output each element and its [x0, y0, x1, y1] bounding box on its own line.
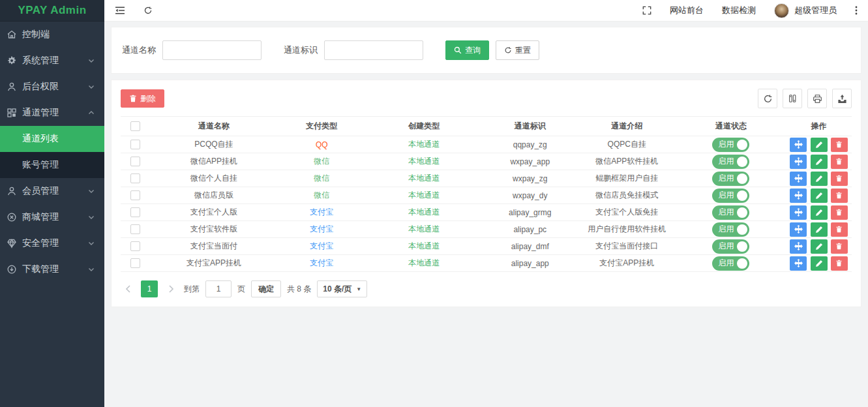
- move-icon: [794, 140, 803, 149]
- query-button[interactable]: 查询: [445, 40, 489, 60]
- channel-code-input[interactable]: [324, 40, 423, 60]
- status-toggle[interactable]: 启用: [712, 222, 749, 237]
- row-checkbox[interactable]: [130, 157, 140, 166]
- move-row-button[interactable]: [790, 172, 807, 186]
- edit-row-button[interactable]: [811, 155, 828, 169]
- toggle-knob: [737, 157, 747, 167]
- move-row-button[interactable]: [790, 138, 807, 152]
- delete-row-button[interactable]: [831, 222, 848, 237]
- cell-pay-type: QQ: [278, 136, 366, 153]
- chevron-down-icon: [87, 83, 95, 91]
- edit-row-button[interactable]: [811, 188, 828, 203]
- select-all-checkbox[interactable]: [130, 121, 140, 131]
- status-toggle[interactable]: 启用: [712, 172, 749, 186]
- sidebar-item-backend-perms[interactable]: 后台权限: [0, 74, 104, 100]
- refresh-page-button[interactable]: [143, 6, 153, 15]
- sidebar-subitem-channel-list[interactable]: 通道列表: [0, 126, 104, 152]
- status-toggle[interactable]: 启用: [712, 138, 749, 152]
- mall-icon: [7, 212, 17, 222]
- toggle-knob: [737, 258, 747, 269]
- reset-button[interactable]: 重置: [496, 40, 539, 60]
- delete-row-button[interactable]: [831, 188, 848, 203]
- more-menu-button[interactable]: [855, 5, 858, 16]
- data-check-link[interactable]: 数据检测: [722, 5, 756, 16]
- sidebar-item-system[interactable]: 系统管理: [0, 48, 104, 74]
- status-toggle-label: 启用: [718, 190, 734, 201]
- delete-row-button[interactable]: [831, 138, 848, 152]
- frontend-link[interactable]: 网站前台: [670, 5, 704, 16]
- fullscreen-button[interactable]: [642, 6, 651, 15]
- sidebar-item-members[interactable]: 会员管理: [0, 178, 104, 204]
- sidebar-nav: 控制端 系统管理 后台权限 通道管理 通道列表 账号管理 会员管理: [0, 22, 104, 282]
- sidebar-item-channel[interactable]: 通道管理: [0, 100, 104, 126]
- cell-channel-desc: 支付宝个人版免挂: [578, 204, 676, 221]
- columns-filter-button[interactable]: [783, 89, 802, 108]
- cell-channel-desc: 支付宝当面付接口: [578, 238, 676, 255]
- user-menu[interactable]: 超级管理员: [774, 3, 837, 18]
- row-checkbox[interactable]: [130, 173, 140, 183]
- edit-row-button[interactable]: [811, 138, 828, 152]
- current-page[interactable]: 1: [141, 280, 158, 297]
- move-row-button[interactable]: [790, 222, 807, 237]
- table-toolbar: 删除: [121, 89, 852, 108]
- cell-pay-type: 支付宝: [278, 204, 366, 221]
- row-checkbox[interactable]: [130, 224, 140, 234]
- move-row-button[interactable]: [790, 239, 807, 254]
- sidebar-subitem-account-mgmt[interactable]: 账号管理: [0, 152, 104, 178]
- channel-name-input[interactable]: [162, 40, 262, 60]
- pencil-icon: [815, 192, 823, 200]
- confirm-jump-button[interactable]: 确定: [251, 280, 281, 297]
- row-checkbox[interactable]: [130, 258, 140, 268]
- move-row-button[interactable]: [790, 256, 807, 271]
- row-checkbox[interactable]: [130, 190, 140, 200]
- next-page-button[interactable]: [164, 280, 178, 297]
- trash-icon: [835, 226, 843, 233]
- sidebar-item-security[interactable]: 安全管理: [0, 230, 104, 256]
- print-button[interactable]: [807, 89, 827, 108]
- edit-row-button[interactable]: [811, 205, 828, 220]
- delete-button[interactable]: 删除: [121, 89, 164, 108]
- edit-row-button[interactable]: [811, 222, 828, 237]
- sidebar-item-download[interactable]: 下载管理: [0, 256, 104, 282]
- chevron-down-icon: [87, 239, 95, 247]
- trash-icon: [835, 192, 843, 199]
- move-row-button[interactable]: [790, 205, 807, 220]
- refresh-table-button[interactable]: [758, 89, 777, 108]
- delete-row-button[interactable]: [831, 172, 848, 186]
- user-icon: [7, 186, 17, 196]
- cell-channel-name: 微信个人自挂: [150, 170, 278, 187]
- row-checkbox[interactable]: [130, 207, 140, 217]
- edit-row-button[interactable]: [811, 239, 828, 254]
- move-row-button[interactable]: [790, 188, 807, 203]
- export-button[interactable]: [832, 89, 852, 108]
- edit-row-button[interactable]: [811, 172, 828, 186]
- move-icon: [794, 242, 803, 250]
- status-toggle-label: 启用: [718, 224, 734, 235]
- status-toggle[interactable]: 启用: [712, 155, 749, 169]
- status-toggle[interactable]: 启用: [712, 205, 749, 220]
- status-toggle[interactable]: 启用: [712, 256, 749, 271]
- collapse-sidebar-button[interactable]: [115, 6, 125, 15]
- row-checkbox[interactable]: [130, 140, 140, 149]
- trash-icon: [835, 209, 843, 216]
- page-size-select[interactable]: 10 条/页 ▼: [317, 280, 367, 297]
- prev-page-button[interactable]: [121, 280, 135, 297]
- trash-icon: [835, 243, 843, 250]
- move-row-button[interactable]: [790, 155, 807, 169]
- delete-row-button[interactable]: [831, 256, 848, 271]
- delete-row-button[interactable]: [831, 155, 848, 169]
- gem-shield-icon: [7, 238, 17, 249]
- cell-create-type: 本地通道: [366, 221, 483, 238]
- sidebar-item-label: 系统管理: [22, 55, 87, 67]
- row-checkbox[interactable]: [130, 241, 140, 251]
- status-toggle[interactable]: 启用: [712, 239, 749, 254]
- chevron-right-icon: [168, 285, 174, 293]
- sidebar-item-console[interactable]: 控制端: [0, 22, 104, 48]
- delete-row-button[interactable]: [831, 239, 848, 254]
- cell-channel-name: 支付宝当面付: [150, 238, 278, 255]
- jump-page-input[interactable]: [205, 280, 232, 297]
- sidebar-item-mall[interactable]: 商城管理: [0, 204, 104, 230]
- delete-row-button[interactable]: [831, 205, 848, 220]
- status-toggle[interactable]: 启用: [712, 188, 749, 203]
- edit-row-button[interactable]: [811, 256, 828, 271]
